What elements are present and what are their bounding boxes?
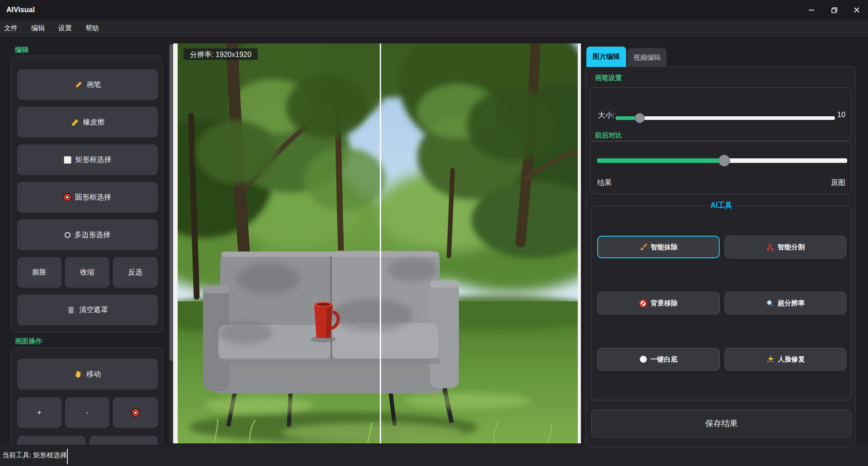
compare-original-label: 原图 <box>831 178 845 188</box>
minimize-icon[interactable] <box>800 0 823 20</box>
menu-item-settings[interactable]: 设置 <box>58 23 72 33</box>
rect-select-button[interactable]: 矩形框选择 <box>17 144 158 175</box>
sparkles-icon <box>766 355 774 363</box>
shrink-button[interactable]: 收缩 <box>65 257 109 288</box>
edit-section-box: 画笔 橡皮擦 矩形框选择 圆形框选择 多边形选择 膨胀 收缩 反选 清空遮罩 <box>11 56 163 333</box>
canvas-section-title: 画面操作 <box>15 337 42 346</box>
brush-size-label: 大小: <box>598 111 614 120</box>
clear-mask-button[interactable]: 清空遮罩 <box>17 295 158 325</box>
hand-icon <box>74 370 82 378</box>
compare-box: 结果 原图 <box>590 141 852 194</box>
red-circle-icon <box>132 409 139 416</box>
current-tool-status: 当前工具: 矩形框选择 <box>2 451 67 460</box>
super-res-button[interactable]: 超分辨率 <box>725 292 846 314</box>
circle-select-button[interactable]: 圆形框选择 <box>17 182 158 213</box>
zoom-in-button[interactable]: + <box>17 397 61 428</box>
app-title: AIVisual <box>6 6 35 14</box>
no-entry-icon <box>639 300 647 307</box>
brush-settings-box: 大小: 10 <box>590 87 852 141</box>
status-bar: 当前工具: 矩形框选择 <box>0 445 868 466</box>
photo-couch-park[interactable] <box>178 43 578 443</box>
ai-tools-title: AI工具 <box>706 201 737 210</box>
image-canvas[interactable]: 分辨率: 1920x1920 <box>173 43 581 443</box>
ai-tools-box: AI工具 智能抹除 智能分割 背景移除 超分辨率 一键白底 人脸修复 <box>591 206 852 400</box>
face-restore-button[interactable]: 人脸修复 <box>725 348 846 371</box>
compare-slider-thumb[interactable] <box>718 155 730 166</box>
rect-select-icon <box>64 156 71 164</box>
partial-button-left[interactable] <box>17 436 85 445</box>
circle-select-icon <box>64 194 71 201</box>
trash-icon <box>67 306 75 314</box>
edit-section-title: 编辑 <box>15 46 28 54</box>
magnifier-icon <box>766 300 774 307</box>
brush-size-slider[interactable] <box>616 116 835 120</box>
save-result-button[interactable]: 保存结果 <box>591 409 852 437</box>
polygon-select-button[interactable]: 多边形选择 <box>17 219 158 250</box>
close-icon[interactable] <box>845 0 868 20</box>
menu-bar: 文件 编辑 设置 帮助 <box>0 20 868 37</box>
compare-slider-fill <box>597 158 724 163</box>
white-circle-icon <box>640 356 647 363</box>
tab-image-edit[interactable]: 图片编辑 <box>586 47 626 67</box>
window-controls <box>800 0 868 20</box>
dilate-button[interactable]: 膨胀 <box>17 257 61 288</box>
compare-slider[interactable] <box>597 158 847 163</box>
compare-result-label: 结果 <box>597 178 612 188</box>
pencil-icon <box>74 81 83 89</box>
title-bar: AIVisual <box>0 0 868 20</box>
status-caret <box>67 449 68 464</box>
smart-erase-button[interactable]: 智能抹除 <box>597 236 720 258</box>
tab-video-edit[interactable]: 视频编辑 <box>627 48 666 67</box>
brush-size-slider-thumb[interactable] <box>635 113 645 123</box>
brush-button[interactable]: 画笔 <box>17 69 158 100</box>
smart-segment-button[interactable]: 智能分割 <box>725 236 846 258</box>
eraser-button[interactable]: 橡皮擦 <box>17 107 158 138</box>
brush-settings-title: 画笔设置 <box>595 74 622 82</box>
partial-button-right[interactable] <box>90 436 158 445</box>
brush-size-value: 10 <box>837 111 845 119</box>
scissors-icon <box>766 243 774 251</box>
invert-button[interactable]: 反选 <box>113 257 158 288</box>
compare-split-line[interactable] <box>380 43 381 443</box>
menu-item-file[interactable]: 文件 <box>4 23 18 33</box>
move-button[interactable]: 移动 <box>17 359 158 390</box>
menu-item-help[interactable]: 帮助 <box>85 23 99 33</box>
eraser-icon <box>71 118 79 127</box>
reset-view-button[interactable] <box>113 397 158 428</box>
polygon-select-icon <box>65 232 71 238</box>
menu-item-edit[interactable]: 编辑 <box>31 23 45 33</box>
brush-icon <box>639 243 647 251</box>
zoom-out-button[interactable]: - <box>65 397 109 428</box>
canvas-section-box: 移动 + - <box>11 347 163 445</box>
resolution-label: 分辨率: 1920x1920 <box>183 48 258 60</box>
restore-icon[interactable] <box>823 0 845 20</box>
white-bg-button[interactable]: 一键白底 <box>597 348 720 371</box>
compare-title: 前后对比 <box>595 131 622 140</box>
bg-remove-button[interactable]: 背景移除 <box>597 292 720 314</box>
